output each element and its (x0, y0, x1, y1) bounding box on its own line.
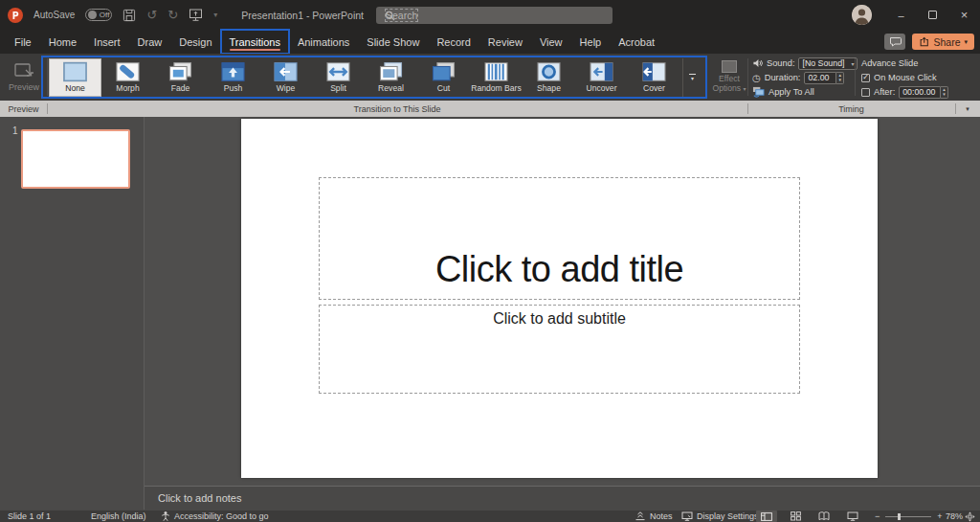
transition-label: None (65, 83, 85, 93)
view-buttons (756, 511, 863, 522)
slide-sorter-view-button[interactable] (785, 511, 806, 522)
notes-pane[interactable]: Click to add notes (145, 486, 980, 510)
transition-random-bars[interactable]: Random Bars (470, 58, 523, 97)
share-caret-icon: ▾ (964, 38, 968, 46)
duration-spin-arrows[interactable]: ▴ ▾ (836, 72, 844, 84)
transition-wipe[interactable]: Wipe (259, 58, 312, 97)
on-mouse-click-checkbox[interactable]: ✓ (861, 74, 870, 82)
tab-file[interactable]: File (6, 30, 40, 54)
reveal-transition-icon (378, 61, 404, 82)
apply-to-all-label: Apply To All (768, 87, 814, 97)
tab-acrobat[interactable]: Acrobat (610, 30, 663, 54)
collapse-ribbon-button[interactable]: ▾ (960, 101, 975, 117)
fit-slide-button[interactable] (965, 511, 975, 522)
display-settings-button[interactable]: Display Settings (681, 511, 759, 522)
fade-transition-icon (167, 61, 193, 82)
duration-value: 02.00 (804, 72, 836, 84)
close-button[interactable]: × (948, 0, 980, 30)
tab-review[interactable]: Review (479, 30, 531, 54)
slide[interactable]: Click to add title Click to add subtitle (241, 119, 878, 478)
share-button[interactable]: Share ▾ (912, 34, 974, 50)
transition-group-label: Transition to This Slide (47, 101, 747, 117)
notes-toggle-button[interactable]: Notes (635, 511, 673, 522)
maximize-button[interactable] (917, 0, 948, 30)
zoom-out-button[interactable]: − (875, 511, 880, 521)
language-indicator[interactable]: English (India) (91, 511, 146, 522)
after-spinner[interactable]: 00:00.00 ▴ ▾ (899, 86, 948, 99)
transition-fade[interactable]: Fade (154, 58, 207, 97)
effect-options-caret-icon: ▾ (744, 86, 746, 92)
notes-placeholder: Click to add notes (158, 492, 241, 504)
tab-transitions[interactable]: Transitions (221, 30, 289, 54)
transition-uncover[interactable]: Uncover (575, 58, 628, 97)
timing-group: Sound: [No Sound] ▾ ◷ Duration: 02.00 ▴ … (752, 56, 980, 99)
transition-cover[interactable]: Cover (628, 58, 680, 97)
none-transition-icon (62, 61, 88, 82)
normal-view-button[interactable] (756, 511, 777, 522)
apply-to-all-button[interactable]: Apply To All (752, 85, 814, 99)
customize-qat-button[interactable]: ▾ (213, 11, 217, 19)
on-mouse-click-option[interactable]: ✓ On Mouse Click (861, 71, 937, 84)
transition-push[interactable]: Push (207, 58, 259, 97)
gallery-more-button[interactable]: ▾ (682, 58, 702, 97)
subtitle-placeholder[interactable]: Click to add subtitle (319, 305, 800, 394)
powerpoint-logo-icon[interactable] (8, 8, 23, 23)
slide-indicator[interactable]: Slide 1 of 1 (8, 511, 51, 522)
transition-gallery-items: NoneMorphFadePushWipeSplitRevealCutRando… (49, 58, 680, 97)
tab-animations[interactable]: Animations (289, 30, 358, 54)
transition-none[interactable]: None (49, 58, 101, 97)
tab-design[interactable]: Design (170, 30, 220, 54)
search-input[interactable]: Search (376, 7, 612, 24)
sound-dropdown[interactable]: [No Sound] ▾ (798, 57, 858, 70)
duration-spinner[interactable]: 02.00 ▴ ▾ (804, 72, 844, 84)
zoom-slider-thumb[interactable] (898, 513, 901, 520)
undo-button[interactable]: ↺ (146, 9, 157, 21)
transition-cut[interactable]: Cut (417, 58, 470, 97)
strip-divider (955, 103, 956, 114)
toggle-knob-icon (88, 11, 96, 19)
accessibility-status[interactable]: Accessibility: Good to go (161, 511, 269, 522)
transition-gallery: NoneMorphFadePushWipeSplitRevealCutRando… (41, 56, 707, 99)
zoom-in-button[interactable]: + (937, 511, 942, 521)
comments-button[interactable] (884, 34, 905, 50)
tab-view[interactable]: View (531, 30, 571, 54)
tab-insert[interactable]: Insert (85, 30, 129, 54)
after-option[interactable]: ✓ After: 00:00.00 ▴ ▾ (861, 85, 948, 99)
timing-group-label: Timing (747, 101, 955, 117)
tab-slide-show[interactable]: Slide Show (358, 30, 428, 54)
random-bars-transition-icon (483, 61, 509, 82)
transition-morph[interactable]: Morph (101, 58, 154, 97)
title-placeholder[interactable]: Click to add title (319, 177, 800, 300)
transition-label: Uncover (587, 83, 617, 93)
slide-show-view-button[interactable] (842, 511, 863, 522)
start-slideshow-button[interactable] (189, 8, 203, 22)
user-avatar[interactable] (852, 5, 872, 25)
title-placeholder-text: Click to add title (435, 249, 683, 299)
zoom-slider[interactable] (885, 516, 931, 517)
tab-help[interactable]: Help (571, 30, 611, 54)
more-line-icon (689, 74, 696, 75)
redo-button[interactable]: ↻ (167, 9, 178, 21)
tab-home[interactable]: Home (40, 30, 85, 54)
preview-button[interactable]: Preview (6, 57, 42, 98)
zoom-level[interactable]: 78% (946, 511, 963, 522)
sound-label: Sound: (767, 58, 794, 68)
autosave-toggle[interactable]: Off (85, 9, 112, 21)
workspace: 1 Click to add title Click to add subtit… (0, 117, 980, 510)
minimize-button[interactable]: – (885, 0, 917, 30)
preview-label: Preview (9, 82, 39, 92)
transition-shape[interactable]: Shape (523, 58, 575, 97)
transition-reveal[interactable]: Reveal (365, 58, 417, 97)
after-checkbox[interactable]: ✓ (861, 88, 870, 97)
tab-draw[interactable]: Draw (129, 30, 171, 54)
reading-view-button[interactable] (813, 511, 835, 522)
split-transition-icon (325, 61, 351, 82)
effect-options-button[interactable]: Effect Options ▾ (712, 57, 746, 98)
save-button[interactable] (122, 9, 136, 22)
timing-divider (855, 58, 856, 96)
transition-split[interactable]: Split (312, 58, 365, 97)
after-spin-arrows[interactable]: ▴ ▾ (941, 86, 948, 99)
tab-record[interactable]: Record (428, 30, 479, 54)
slide-thumbnail[interactable] (21, 129, 130, 189)
transition-label: Random Bars (471, 83, 522, 93)
